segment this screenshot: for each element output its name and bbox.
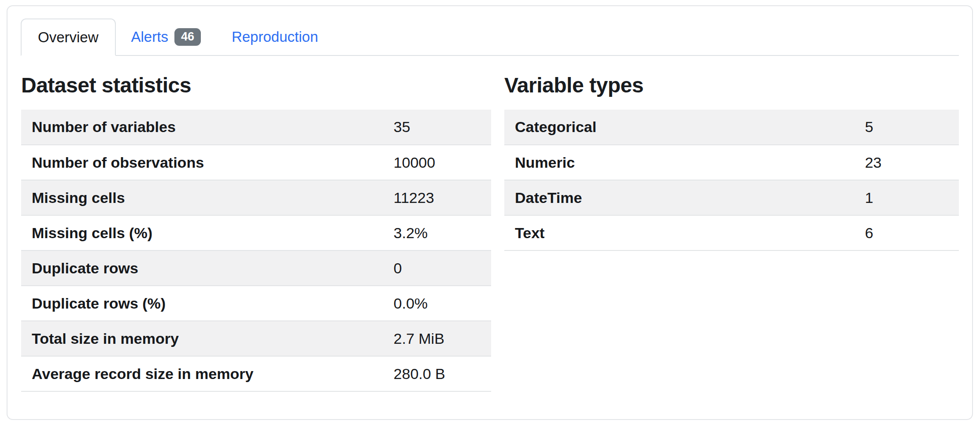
stat-label: DateTime: [504, 180, 854, 215]
tab-overview[interactable]: Overview: [21, 18, 116, 56]
dataset-statistics-section: Dataset statistics Number of variables35…: [21, 73, 491, 392]
variable-types-table: Categorical5Numeric23DateTime1Text6: [504, 110, 959, 251]
stat-value: 280.0 B: [383, 356, 491, 391]
stat-label: Number of variables: [21, 110, 383, 145]
table-row: Average record size in memory280.0 B: [21, 356, 491, 391]
stat-value: 11223: [383, 180, 491, 215]
stat-value: 6: [854, 215, 959, 250]
stat-label: Missing cells: [21, 180, 383, 215]
stat-label: Total size in memory: [21, 321, 383, 356]
stat-label: Missing cells (%): [21, 215, 383, 250]
table-row: Number of variables35: [21, 110, 491, 145]
stat-value: 0.0%: [383, 286, 491, 321]
table-row: Total size in memory2.7 MiB: [21, 321, 491, 356]
stat-label: Number of observations: [21, 145, 383, 180]
table-row: Number of observations10000: [21, 145, 491, 180]
table-row: Missing cells11223: [21, 180, 491, 215]
table-row: Numeric23: [504, 145, 959, 180]
stat-value: 35: [383, 110, 491, 145]
table-row: Categorical5: [504, 110, 959, 145]
table-row: Duplicate rows0: [21, 250, 491, 286]
dataset-statistics-table: Number of variables35Number of observati…: [21, 110, 491, 392]
stat-label: Duplicate rows: [21, 250, 383, 286]
tab-overview-label: Overview: [38, 29, 99, 46]
table-row: Text6: [504, 215, 959, 250]
tab-reproduction-label: Reproduction: [232, 29, 318, 45]
table-row: Duplicate rows (%)0.0%: [21, 286, 491, 321]
stat-value: 23: [854, 145, 959, 180]
overview-content: Dataset statistics Number of variables35…: [21, 73, 959, 392]
stat-label: Categorical: [504, 110, 854, 145]
stat-value: 3.2%: [383, 215, 491, 250]
overview-card: Overview Alerts 46 Reproduction Dataset …: [7, 5, 973, 420]
tab-reproduction[interactable]: Reproduction: [216, 18, 333, 55]
stat-value: 5: [854, 110, 959, 145]
variable-types-section: Variable types Categorical5Numeric23Date…: [504, 73, 959, 392]
variable-types-title: Variable types: [504, 73, 959, 98]
tab-alerts[interactable]: Alerts 46: [116, 18, 216, 55]
tab-bar: Overview Alerts 46 Reproduction: [21, 18, 959, 56]
stat-value: 0: [383, 250, 491, 286]
stat-label: Duplicate rows (%): [21, 286, 383, 321]
alerts-count-badge: 46: [174, 28, 201, 46]
dataset-statistics-title: Dataset statistics: [21, 73, 491, 98]
stat-value: 10000: [383, 145, 491, 180]
stat-label: Average record size in memory: [21, 356, 383, 391]
stat-label: Numeric: [504, 145, 854, 180]
table-row: DateTime1: [504, 180, 959, 215]
tab-alerts-label: Alerts: [131, 29, 168, 45]
table-row: Missing cells (%)3.2%: [21, 215, 491, 250]
stat-value: 1: [854, 180, 959, 215]
stat-value: 2.7 MiB: [383, 321, 491, 356]
stat-label: Text: [504, 215, 854, 250]
